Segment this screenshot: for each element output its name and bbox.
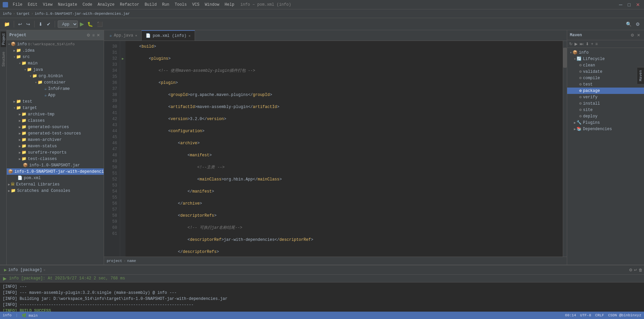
maven-settings-btn[interactable]: ⚙ xyxy=(630,33,635,38)
project-tab[interactable]: Project xyxy=(1,32,6,47)
maven-item-compile[interactable]: ⚙ compile xyxy=(567,75,644,81)
tab-appjava-close[interactable]: ✕ xyxy=(135,34,137,38)
breadcrumb-jar[interactable]: info-1.0-SNAPSHOT-jar-with-dependencies.… xyxy=(35,12,130,16)
tree-item-main[interactable]: ▾ 📁 main xyxy=(7,60,104,66)
code-content[interactable]: <build> <plugins> <!-- 使用maven-assembly-… xyxy=(126,41,563,257)
maven-arrow-deps[interactable]: ▶ xyxy=(574,127,576,131)
maven-arrow-info[interactable]: ▾ xyxy=(570,51,572,55)
maven-skip-btn[interactable]: ⏭ xyxy=(579,41,584,47)
menu-view[interactable]: View xyxy=(41,1,55,8)
tree-item-archive-tmp[interactable]: ▶ 📁 archive-tmp xyxy=(7,111,104,117)
tree-item-gen-test-src[interactable]: ▶ 📁 generated-test-sources xyxy=(7,130,104,137)
maven-close-btn[interactable]: ✕ xyxy=(636,33,641,38)
menu-refactor[interactable]: Refactor xyxy=(118,1,141,8)
tree-item-idea[interactable]: ▶ 📁 .idea xyxy=(7,47,104,54)
menu-edit[interactable]: Edit xyxy=(26,1,40,8)
breadcrumb-info[interactable]: info xyxy=(3,12,11,16)
undo-btn[interactable]: ↩ xyxy=(17,21,23,28)
menu-vcs[interactable]: VCS xyxy=(190,1,202,8)
maven-item-plugins[interactable]: ▶ 🔧 Plugins xyxy=(567,119,644,126)
tree-item-gen-src[interactable]: ▶ 📁 generated-sources xyxy=(7,124,104,130)
project-panel-close[interactable]: ✕ xyxy=(96,33,101,38)
run-config-select[interactable]: App xyxy=(58,20,78,28)
maven-item-lifecycle[interactable]: ▾ 🔄 Lifecycle xyxy=(567,56,644,62)
maven-item-dependencies[interactable]: ▶ 📚 Dependencies xyxy=(567,126,644,132)
search-everywhere-btn[interactable]: 🔍 xyxy=(625,21,633,28)
menu-code[interactable]: Code xyxy=(81,1,94,8)
tree-item-target[interactable]: ▾ 📁 target xyxy=(7,105,104,111)
bottom-clear-btn[interactable]: 🗑 xyxy=(639,268,643,272)
debug-button[interactable]: 🐛 xyxy=(86,21,94,28)
tree-arrow-classes[interactable]: ▶ xyxy=(19,119,21,123)
maven-item-package[interactable]: ⚙ package xyxy=(567,88,644,94)
maven-item-info[interactable]: ▾ 📦 info xyxy=(567,49,644,56)
tree-arrow-surefire[interactable]: ▶ xyxy=(19,151,21,155)
tree-arrow-scratches[interactable]: ▶ xyxy=(8,189,10,193)
menu-help[interactable]: Help xyxy=(222,1,236,8)
tree-item-info[interactable]: ▾ 📦 info D:\workspace_514\info xyxy=(7,41,104,47)
tab-pomxml-close[interactable]: ✕ xyxy=(189,34,191,38)
maven-item-validate[interactable]: ⚙ validate xyxy=(567,68,644,75)
tree-arrow-java[interactable]: ▾ xyxy=(24,68,26,72)
tree-item-info-jar-dep[interactable]: 📦 info-1.0-SNAPSHOT-jar-with-dependencie… xyxy=(7,168,104,175)
menu-build[interactable]: Build xyxy=(143,1,159,8)
maven-side-tab[interactable]: Maven xyxy=(637,67,644,84)
tree-item-app[interactable]: ☕ App xyxy=(7,92,104,98)
menu-tools[interactable]: Tools xyxy=(173,1,189,8)
tree-item-scratches[interactable]: ▶ 📁 Scratches and Consoles xyxy=(7,188,104,194)
tree-arrow-test-classes[interactable]: ▶ xyxy=(19,157,21,161)
tree-arrow-target[interactable]: ▾ xyxy=(13,106,15,110)
breadcrumb-target[interactable]: target xyxy=(16,12,30,16)
redo-btn[interactable]: ↪ xyxy=(25,21,32,28)
tree-item-infoframe[interactable]: ☕ InfoFrame xyxy=(7,86,104,92)
settings-btn[interactable]: ⚙ xyxy=(634,21,641,28)
menu-analyze[interactable]: Analyze xyxy=(96,1,116,8)
menu-window[interactable]: Window xyxy=(203,1,221,8)
stop-button[interactable]: ⬛ xyxy=(96,21,104,28)
bottom-settings-btn[interactable]: ⚙ xyxy=(629,268,633,272)
tree-arrow-maven-archiver[interactable]: ▶ xyxy=(19,138,21,142)
maven-arrow-plugins[interactable]: ▶ xyxy=(574,121,576,125)
structure-side-tab[interactable]: Structure xyxy=(1,50,6,69)
tab-pomxml[interactable]: 📄 pom.xml (info) ✕ xyxy=(142,30,195,41)
menu-file[interactable]: File xyxy=(11,1,24,8)
vcs-update-btn[interactable]: ⬇ xyxy=(37,21,44,28)
tree-arrow-archive-tmp[interactable]: ▶ xyxy=(19,112,21,116)
project-structure-btn[interactable]: 📁 xyxy=(3,21,11,28)
tree-item-java[interactable]: ▾ 📁 java xyxy=(7,66,104,73)
tree-arrow-src[interactable]: ▾ xyxy=(13,55,15,59)
maven-add-btn[interactable]: + xyxy=(590,41,594,47)
tree-arrow-main[interactable]: ▾ xyxy=(19,61,21,65)
tree-arrow-maven-status[interactable]: ▶ xyxy=(19,144,21,148)
maven-item-deploy[interactable]: ⚙ deploy xyxy=(567,113,644,119)
tree-item-info-jar[interactable]: 📦 info-1.0-SNAPSHOT.jar xyxy=(7,162,104,168)
tab-appjava[interactable]: ☕ App.java ✕ xyxy=(105,30,142,41)
close-button[interactable]: ✕ xyxy=(635,1,641,8)
maven-item-site[interactable]: ⚙ site xyxy=(567,107,644,113)
tree-item-classes[interactable]: ▶ 📁 classes xyxy=(7,117,104,124)
tree-item-orgbinbin[interactable]: ▾ 📁 org.binbin xyxy=(7,73,104,79)
tree-arrow-container[interactable]: ▾ xyxy=(35,81,37,85)
tree-arrow-gen-test-src[interactable]: ▶ xyxy=(19,131,21,136)
tree-item-test[interactable]: ▶ 📁 test xyxy=(7,98,104,105)
menu-navigate[interactable]: Navigate xyxy=(56,1,79,8)
maven-item-clean[interactable]: ⚙ clean xyxy=(567,62,644,68)
maven-arrow-lifecycle[interactable]: ▾ xyxy=(574,57,576,61)
maven-collapse-btn[interactable]: ≡ xyxy=(595,41,598,47)
run-button[interactable]: ▶ xyxy=(79,20,85,28)
run-tab-close[interactable]: ✕ xyxy=(43,268,45,272)
project-panel-collapse[interactable]: ≡ xyxy=(91,33,96,38)
tree-item-surefire[interactable]: ▶ 📁 surefire-reports xyxy=(7,149,104,156)
maven-download-btn[interactable]: ⬇ xyxy=(585,41,590,47)
maven-refresh-btn[interactable]: ↻ xyxy=(568,41,573,47)
run-play-btn[interactable]: ▶ xyxy=(3,275,7,281)
maximize-button[interactable]: □ xyxy=(627,1,632,8)
scrollbar-vertical[interactable] xyxy=(563,41,567,257)
menu-run[interactable]: Run xyxy=(160,1,171,8)
tree-arrow-orgbinbin[interactable]: ▾ xyxy=(30,74,32,78)
tree-item-test-classes[interactable]: ▶ 📁 test-classes xyxy=(7,156,104,162)
maven-item-test[interactable]: ⚙ test xyxy=(567,81,644,88)
maven-item-verify[interactable]: ⚙ verify xyxy=(567,94,644,100)
vcs-commit-btn[interactable]: ✔ xyxy=(45,21,52,28)
tree-arrow-gen-src[interactable]: ▶ xyxy=(19,125,21,129)
